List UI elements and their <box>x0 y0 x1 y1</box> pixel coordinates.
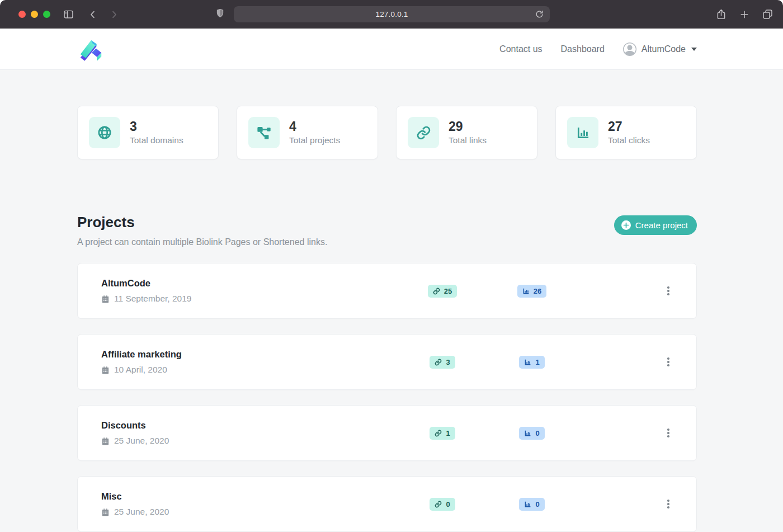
project-date: 25 June, 2020 <box>101 507 398 517</box>
bar-chart-icon <box>524 501 531 508</box>
clicks-count-badge: 0 <box>519 498 544 511</box>
bar-chart-icon <box>576 125 591 140</box>
clicks-count-badge: 26 <box>517 285 546 298</box>
stat-value: 4 <box>289 120 340 134</box>
person-circle-icon <box>623 43 636 56</box>
project-date: 11 September, 2019 <box>101 294 398 304</box>
bar-chart-icon <box>524 359 531 366</box>
links-count-badge: 0 <box>430 498 455 511</box>
caret-down-icon <box>691 48 697 51</box>
stat-card: 4 Total projects <box>237 106 378 159</box>
stat-label: Total projects <box>289 135 340 145</box>
globe-icon <box>97 125 112 140</box>
stat-value: 29 <box>449 120 487 134</box>
bar-chart-icon <box>524 430 531 437</box>
create-project-button[interactable]: Create project <box>614 215 697 235</box>
project-menu-button[interactable] <box>664 426 673 440</box>
page-content: 3 Total domains 4 Total projects <box>0 70 783 532</box>
project-name[interactable]: Affiliate marketing <box>101 349 398 360</box>
project-menu-button[interactable] <box>664 355 673 369</box>
projects-list: AltumCode 11 September, 2019 <box>77 263 697 532</box>
stat-card: 27 Total clicks <box>555 106 697 159</box>
stat-value: 3 <box>130 120 183 134</box>
project-date: 25 June, 2020 <box>101 436 398 446</box>
user-menu[interactable]: AltumCode <box>623 43 697 56</box>
user-name: AltumCode <box>642 44 686 54</box>
clicks-count-badge: 1 <box>519 356 544 369</box>
page-title: Projects <box>77 214 327 231</box>
shield-icon[interactable] <box>215 7 225 20</box>
link-icon <box>435 359 442 366</box>
stats-row: 3 Total domains 4 Total projects <box>77 106 697 159</box>
link-icon <box>433 288 440 295</box>
project-date: 10 April, 2020 <box>101 365 398 375</box>
zoom-window-button[interactable] <box>43 11 50 18</box>
altumcode-logo[interactable] <box>77 36 105 62</box>
plus-circle-icon <box>621 220 631 230</box>
nav-link-contact-us[interactable]: Contact us <box>499 44 542 54</box>
link-icon <box>416 125 431 140</box>
tabs-overview-icon[interactable] <box>762 8 773 20</box>
stat-value: 27 <box>608 120 650 134</box>
minimize-window-button[interactable] <box>31 11 38 18</box>
project-name[interactable]: AltumCode <box>101 278 398 289</box>
project-menu-button[interactable] <box>664 497 673 511</box>
bar-chart-icon <box>522 288 530 295</box>
links-count-badge: 3 <box>430 356 455 369</box>
back-icon[interactable] <box>88 10 98 20</box>
link-icon <box>435 501 442 508</box>
url-text: 127.0.0.1 <box>375 10 408 18</box>
nav-link-dashboard[interactable]: Dashboard <box>561 44 605 54</box>
calendar-icon <box>101 508 110 516</box>
project-menu-button[interactable] <box>664 284 673 298</box>
traffic-lights <box>0 11 50 18</box>
site-navbar: Contact us Dashboard AltumCode <box>0 29 783 70</box>
project-diagram-icon <box>256 125 272 140</box>
stat-card: 3 Total domains <box>77 106 219 159</box>
sidebar-icon[interactable] <box>63 8 74 20</box>
link-icon <box>435 430 442 437</box>
links-count-badge: 25 <box>428 285 457 298</box>
new-tab-icon[interactable] <box>739 9 750 20</box>
forward-icon[interactable] <box>109 10 119 20</box>
browser-toolbar: 127.0.0.1 <box>0 0 783 29</box>
page-subtitle: A project can contain multiple Biolink P… <box>77 237 327 247</box>
stat-card: 29 Total links <box>396 106 537 159</box>
project-row[interactable]: Discounts 25 June, 2020 <box>77 405 697 461</box>
stat-label: Total domains <box>130 135 183 145</box>
share-icon[interactable] <box>715 8 727 20</box>
clicks-count-badge: 0 <box>519 427 544 440</box>
project-row[interactable]: AltumCode 11 September, 2019 <box>77 263 697 319</box>
project-name[interactable]: Misc <box>101 491 398 502</box>
project-row[interactable]: Affiliate marketing 10 April, 2020 <box>77 334 697 390</box>
calendar-icon <box>101 437 110 445</box>
links-count-badge: 1 <box>430 427 455 440</box>
close-window-button[interactable] <box>18 11 26 18</box>
calendar-icon <box>101 295 110 303</box>
reload-icon[interactable] <box>534 9 545 20</box>
address-bar[interactable]: 127.0.0.1 <box>234 6 550 22</box>
project-row[interactable]: Misc 25 June, 2020 <box>77 476 697 532</box>
project-name[interactable]: Discounts <box>101 420 398 431</box>
stat-label: Total clicks <box>608 135 650 145</box>
calendar-icon <box>101 366 110 374</box>
stat-label: Total links <box>449 135 487 145</box>
